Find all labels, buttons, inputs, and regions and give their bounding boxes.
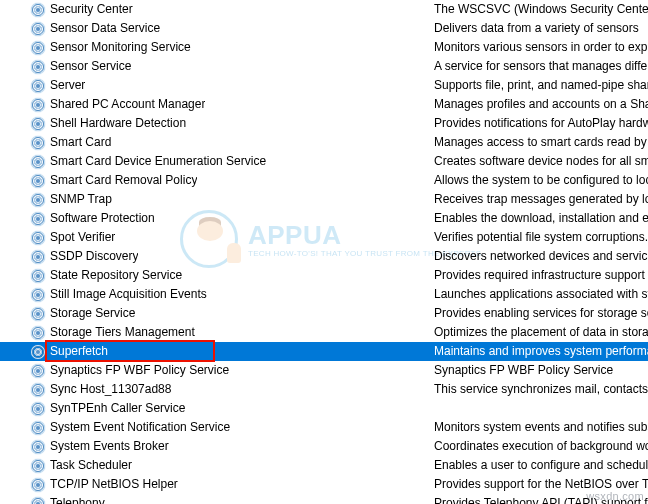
service-name-cell[interactable]: Storage Tiers Management bbox=[0, 323, 434, 342]
service-name: Still Image Acquisition Events bbox=[50, 285, 207, 304]
service-name: State Repository Service bbox=[50, 266, 182, 285]
service-name-cell[interactable]: Sync Host_11307ad88 bbox=[0, 380, 434, 399]
service-name: Shared PC Account Manager bbox=[50, 95, 205, 114]
service-name-cell[interactable]: State Repository Service bbox=[0, 266, 434, 285]
service-row[interactable]: Storage ServiceProvides enabling service… bbox=[0, 304, 648, 323]
service-row[interactable]: SNMP TrapReceives trap messages generate… bbox=[0, 190, 648, 209]
service-name: Software Protection bbox=[50, 209, 155, 228]
service-row[interactable]: State Repository ServiceProvides require… bbox=[0, 266, 648, 285]
service-row[interactable]: Security CenterThe WSCSVC (Windows Secur… bbox=[0, 0, 648, 19]
service-description: Discovers networked devices and services… bbox=[434, 247, 648, 266]
service-description: Provides support for the NetBIOS over TC… bbox=[434, 475, 648, 494]
service-name: Security Center bbox=[50, 0, 133, 19]
service-row[interactable]: Storage Tiers ManagementOptimizes the pl… bbox=[0, 323, 648, 342]
service-name-cell[interactable]: Storage Service bbox=[0, 304, 434, 323]
service-row[interactable]: Smart Card Removal PolicyAllows the syst… bbox=[0, 171, 648, 190]
service-description: Synaptics FP WBF Policy Service bbox=[434, 361, 648, 380]
service-name: SynTPEnh Caller Service bbox=[50, 399, 185, 418]
service-name-cell[interactable]: Shared PC Account Manager bbox=[0, 95, 434, 114]
gear-icon bbox=[30, 439, 46, 455]
service-row[interactable]: Sync Host_11307ad88This service synchron… bbox=[0, 380, 648, 399]
service-name: System Events Broker bbox=[50, 437, 169, 456]
service-name-cell[interactable]: System Event Notification Service bbox=[0, 418, 434, 437]
service-row[interactable]: SynTPEnh Caller Service bbox=[0, 399, 648, 418]
service-name-cell[interactable]: Shell Hardware Detection bbox=[0, 114, 434, 133]
gear-icon bbox=[30, 363, 46, 379]
service-name: Superfetch bbox=[50, 342, 108, 361]
service-row[interactable]: System Event Notification ServiceMonitor… bbox=[0, 418, 648, 437]
gear-icon bbox=[30, 382, 46, 398]
gear-icon bbox=[30, 268, 46, 284]
service-name: Server bbox=[50, 76, 85, 95]
service-row[interactable]: ServerSupports file, print, and named-pi… bbox=[0, 76, 648, 95]
service-name: Shell Hardware Detection bbox=[50, 114, 186, 133]
gear-icon bbox=[30, 249, 46, 265]
service-row[interactable]: Software ProtectionEnables the download,… bbox=[0, 209, 648, 228]
service-name-cell[interactable]: Sensor Data Service bbox=[0, 19, 434, 38]
service-description: A service for sensors that manages diffe… bbox=[434, 57, 648, 76]
service-description: Coordinates execution of background work… bbox=[434, 437, 648, 456]
gear-icon bbox=[30, 21, 46, 37]
service-description: Provides enabling services for storage s… bbox=[434, 304, 648, 323]
service-name-cell[interactable]: Server bbox=[0, 76, 434, 95]
service-row[interactable]: SSDP DiscoveryDiscovers networked device… bbox=[0, 247, 648, 266]
service-name-cell[interactable]: Security Center bbox=[0, 0, 434, 19]
service-row[interactable]: Smart CardManages access to smart cards … bbox=[0, 133, 648, 152]
service-name: Sensor Monitoring Service bbox=[50, 38, 191, 57]
service-row[interactable]: Sensor ServiceA service for sensors that… bbox=[0, 57, 648, 76]
service-name-cell[interactable]: Still Image Acquisition Events bbox=[0, 285, 434, 304]
service-name: Telephony bbox=[50, 494, 105, 504]
service-row[interactable]: Still Image Acquisition EventsLaunches a… bbox=[0, 285, 648, 304]
service-name-cell[interactable]: Synaptics FP WBF Policy Service bbox=[0, 361, 434, 380]
service-name-cell[interactable]: Software Protection bbox=[0, 209, 434, 228]
service-name-cell[interactable]: SNMP Trap bbox=[0, 190, 434, 209]
service-name: SNMP Trap bbox=[50, 190, 112, 209]
service-name-cell[interactable]: System Events Broker bbox=[0, 437, 434, 456]
service-name-cell[interactable]: SynTPEnh Caller Service bbox=[0, 399, 434, 418]
service-name-cell[interactable]: TCP/IP NetBIOS Helper bbox=[0, 475, 434, 494]
service-name: Smart Card Removal Policy bbox=[50, 171, 197, 190]
service-name: Sensor Data Service bbox=[50, 19, 160, 38]
service-description: Launches applications associated with st… bbox=[434, 285, 648, 304]
service-row[interactable]: Sensor Monitoring ServiceMonitors variou… bbox=[0, 38, 648, 57]
gear-icon bbox=[30, 306, 46, 322]
service-row[interactable]: SuperfetchMaintains and improves system … bbox=[0, 342, 648, 361]
service-name-cell[interactable]: Superfetch bbox=[0, 342, 434, 361]
service-name-cell[interactable]: Sensor Service bbox=[0, 57, 434, 76]
service-name-cell[interactable]: Smart Card Removal Policy bbox=[0, 171, 434, 190]
gear-icon bbox=[30, 458, 46, 474]
service-name: System Event Notification Service bbox=[50, 418, 230, 437]
service-row[interactable]: TelephonyProvides Telephony API (TAPI) s… bbox=[0, 494, 648, 504]
service-name: Sync Host_11307ad88 bbox=[50, 380, 171, 399]
service-name-cell[interactable]: SSDP Discovery bbox=[0, 247, 434, 266]
service-name-cell[interactable]: Task Scheduler bbox=[0, 456, 434, 475]
service-row[interactable]: Task SchedulerEnables a user to configur… bbox=[0, 456, 648, 475]
service-description: Provides Telephony API (TAPI) support fo… bbox=[434, 494, 648, 504]
service-row[interactable]: Smart Card Device Enumeration ServiceCre… bbox=[0, 152, 648, 171]
gear-icon bbox=[30, 2, 46, 18]
service-name: TCP/IP NetBIOS Helper bbox=[50, 475, 178, 494]
service-name: Storage Service bbox=[50, 304, 135, 323]
service-row[interactable]: Sensor Data ServiceDelivers data from a … bbox=[0, 19, 648, 38]
service-name-cell[interactable]: Spot Verifier bbox=[0, 228, 434, 247]
service-description: Verifies potential file system corruptio… bbox=[434, 228, 648, 247]
gear-icon bbox=[30, 97, 46, 113]
service-row[interactable]: TCP/IP NetBIOS HelperProvides support fo… bbox=[0, 475, 648, 494]
service-row[interactable]: Shell Hardware DetectionProvides notific… bbox=[0, 114, 648, 133]
service-name-cell[interactable]: Sensor Monitoring Service bbox=[0, 38, 434, 57]
service-row[interactable]: Synaptics FP WBF Policy ServiceSynaptics… bbox=[0, 361, 648, 380]
service-name-cell[interactable]: Smart Card Device Enumeration Service bbox=[0, 152, 434, 171]
service-row[interactable]: System Events BrokerCoordinates executio… bbox=[0, 437, 648, 456]
service-row[interactable]: Spot VerifierVerifies potential file sys… bbox=[0, 228, 648, 247]
service-name-cell[interactable]: Telephony bbox=[0, 494, 434, 504]
service-name: Storage Tiers Management bbox=[50, 323, 195, 342]
gear-icon bbox=[30, 135, 46, 151]
gear-icon bbox=[30, 287, 46, 303]
service-row[interactable]: Shared PC Account ManagerManages profile… bbox=[0, 95, 648, 114]
service-name: Sensor Service bbox=[50, 57, 131, 76]
service-name-cell[interactable]: Smart Card bbox=[0, 133, 434, 152]
services-list[interactable]: Security CenterThe WSCSVC (Windows Secur… bbox=[0, 0, 648, 504]
service-name: Smart Card bbox=[50, 133, 111, 152]
gear-icon bbox=[30, 78, 46, 94]
gear-icon bbox=[30, 477, 46, 493]
